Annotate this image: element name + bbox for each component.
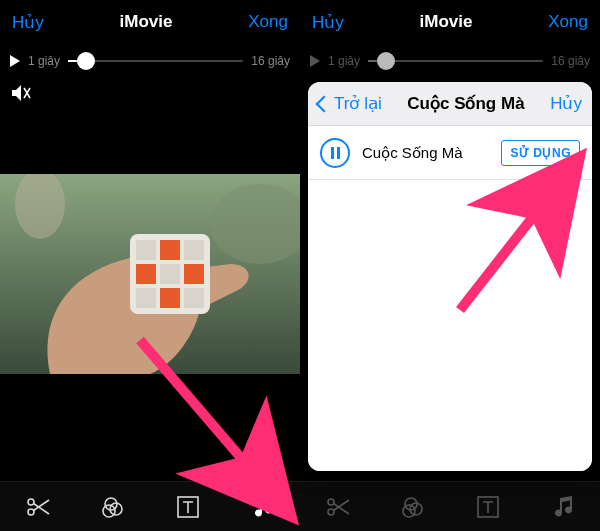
track-row[interactable]: Cuộc Sống Mà SỬ DỤNG (308, 126, 592, 180)
use-button[interactable]: SỬ DỤNG (501, 140, 580, 166)
svg-point-16 (110, 503, 122, 515)
navbar: Hủy iMovie Xong (300, 0, 600, 44)
toolbar (300, 481, 600, 531)
timeline[interactable] (0, 431, 300, 481)
popup-title: Cuộc Sống Mà (388, 93, 545, 114)
svg-rect-11 (160, 288, 180, 308)
done-button[interactable]: Xong (548, 12, 588, 32)
scrub-slider[interactable] (68, 60, 243, 62)
preview-image (0, 174, 300, 374)
scissors-icon[interactable] (21, 490, 55, 524)
svg-point-17 (103, 505, 115, 517)
cancel-button[interactable]: Hủy (312, 12, 344, 33)
playback-bar: 1 giây 16 giây (0, 44, 300, 78)
done-button[interactable]: Xong (248, 12, 288, 32)
back-label: Trở lại (334, 93, 382, 114)
toolbar (0, 481, 300, 531)
svg-rect-5 (160, 240, 180, 260)
track-list: Cuộc Sống Mà SỬ DỤNG (308, 126, 592, 471)
play-button[interactable] (310, 55, 320, 67)
svg-rect-12 (184, 288, 204, 308)
svg-point-22 (405, 498, 417, 510)
playback-bar: 1 giây 16 giây (300, 44, 600, 78)
text-icon[interactable] (471, 490, 505, 524)
svg-rect-4 (136, 240, 156, 260)
svg-point-24 (403, 505, 415, 517)
back-button[interactable]: Trở lại (318, 93, 382, 114)
svg-rect-10 (136, 288, 156, 308)
pause-icon[interactable] (320, 138, 350, 168)
svg-point-23 (410, 503, 422, 515)
filters-icon[interactable] (96, 490, 130, 524)
screen-right: Hủy iMovie Xong 1 giây 16 giây (300, 0, 600, 531)
time-start: 1 giây (28, 54, 60, 68)
time-end: 16 giây (251, 54, 290, 68)
music-picker-popup: Trở lại Cuộc Sống Mà Hủy Cuộc Sống Mà SỬ… (308, 82, 592, 471)
app-title: iMovie (120, 12, 173, 32)
time-start: 1 giây (328, 54, 360, 68)
scrub-slider[interactable] (368, 60, 543, 62)
svg-rect-6 (184, 240, 204, 260)
scrub-knob[interactable] (77, 52, 95, 70)
music-icon[interactable] (546, 490, 580, 524)
cancel-button[interactable]: Hủy (12, 12, 44, 33)
text-icon[interactable] (171, 490, 205, 524)
popup-navbar: Trở lại Cuộc Sống Mà Hủy (308, 82, 592, 126)
mute-icon[interactable] (0, 78, 44, 108)
popup-cancel-button[interactable]: Hủy (550, 93, 582, 114)
svg-rect-9 (184, 264, 204, 284)
svg-point-15 (105, 498, 117, 510)
play-button[interactable] (10, 55, 20, 67)
time-end: 16 giây (551, 54, 590, 68)
svg-rect-7 (136, 264, 156, 284)
music-icon[interactable] (246, 490, 280, 524)
app-title: iMovie (420, 12, 473, 32)
svg-rect-8 (160, 264, 180, 284)
screen-left: Hủy iMovie Xong 1 giây 16 giây (0, 0, 300, 531)
filters-icon[interactable] (396, 490, 430, 524)
chevron-left-icon (316, 95, 333, 112)
scissors-icon[interactable] (321, 490, 355, 524)
navbar: Hủy iMovie Xong (0, 0, 300, 44)
track-name: Cuộc Sống Mà (362, 144, 489, 162)
preview-area (0, 112, 300, 462)
scrub-knob[interactable] (377, 52, 395, 70)
